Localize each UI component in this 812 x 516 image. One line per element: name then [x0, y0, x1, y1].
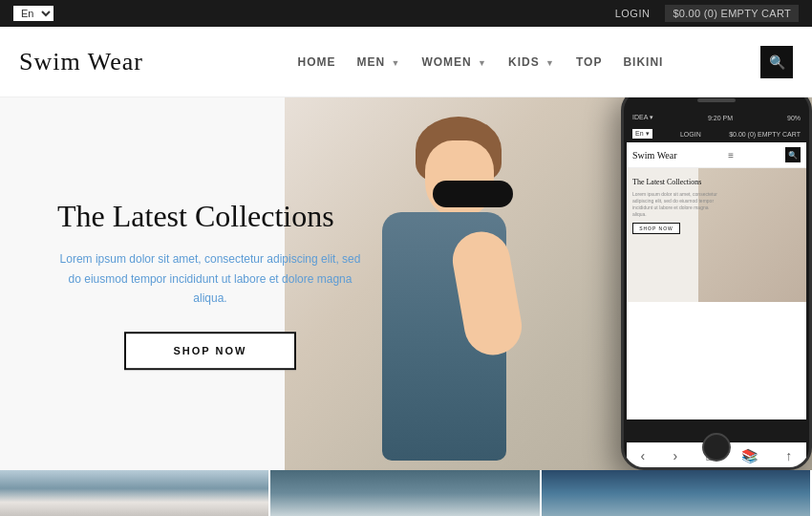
phone-share-icon: ↑	[785, 448, 792, 463]
model-face	[425, 140, 494, 217]
phone-mockup: IDEA ▾ 9:20 PM 90% En ▾ LOGIN $0.00 (0) …	[621, 97, 812, 470]
site-logo[interactable]: Swim Wear	[19, 48, 143, 76]
phone-screen: IDEA ▾ 9:20 PM 90% En ▾ LOGIN $0.00 (0) …	[627, 110, 806, 419]
model-sunglasses	[433, 181, 513, 207]
search-icon: 🔍	[769, 54, 785, 70]
phone-lang-select: En ▾	[632, 129, 652, 139]
nav-top[interactable]: TOP	[576, 55, 602, 69]
phone-signal: IDEA ▾	[632, 114, 653, 121]
bottom-thumbnails	[0, 470, 812, 516]
top-bar: En Fr LOGIN $0.00 (0) EMPTY CART	[0, 0, 812, 27]
phone-search-button: 🔍	[785, 147, 801, 162]
hero-title: The Latest Collections	[57, 198, 363, 234]
phone-top-bar: En ▾ LOGIN $0.00 (0) EMPTY CART	[627, 125, 806, 142]
phone-home-button	[702, 433, 731, 462]
phone-status-bar: IDEA ▾ 9:20 PM 90%	[627, 110, 806, 125]
phone-back-icon: ‹	[641, 448, 646, 463]
phone-hero-text: The Latest Collections Lorem ipsum dolor…	[632, 178, 718, 234]
site-header: Swim Wear HOME MEN ▼ WOMEN ▼ KIDS ▼ TOP …	[0, 27, 812, 97]
hero-description: Lorem ipsum dolor sit amet, consectetur …	[57, 250, 363, 309]
lang-selector-area[interactable]: En Fr	[13, 6, 53, 21]
model-head	[411, 117, 506, 222]
phone-logo: Swim Wear	[632, 150, 677, 161]
nav-bikini[interactable]: BIKINI	[623, 55, 663, 69]
thumbnail-2[interactable]	[270, 470, 541, 516]
chevron-down-icon: ▼	[545, 58, 555, 68]
phone-hero-title: The Latest Collections	[632, 178, 718, 187]
shop-now-button[interactable]: SHOP NOW	[124, 332, 296, 370]
search-button[interactable]: 🔍	[760, 46, 793, 78]
phone-hero-section: The Latest Collections Lorem ipsum dolor…	[627, 168, 806, 302]
phone-search-icon: 🔍	[788, 151, 798, 160]
phone-header: Swim Wear ≡ 🔍	[627, 142, 806, 168]
hamburger-icon: ≡	[728, 150, 734, 161]
phone-bookmark-icon: 📚	[741, 448, 758, 463]
hero-section: The Latest Collections Lorem ipsum dolor…	[0, 97, 812, 470]
hero-text-block: The Latest Collections Lorem ipsum dolor…	[57, 198, 363, 370]
phone-battery: 90%	[787, 115, 801, 121]
chevron-down-icon: ▼	[392, 58, 401, 68]
phone-time: 9:20 PM	[708, 115, 733, 121]
phone-shop-btn: SHOP NOW	[632, 223, 680, 234]
phone-forward-icon: ›	[673, 448, 678, 463]
top-bar-right: LOGIN $0.00 (0) EMPTY CART	[615, 5, 799, 22]
main-navigation: HOME MEN ▼ WOMEN ▼ KIDS ▼ TOP BIKINI	[143, 55, 760, 69]
phone-cart-label: $0.00 (0) EMPTY CART	[729, 131, 801, 138]
thumbnail-1[interactable]	[0, 470, 270, 516]
phone-login-label: LOGIN	[680, 131, 701, 138]
cart-button[interactable]: $0.00 (0) EMPTY CART	[665, 5, 799, 22]
hero-model	[353, 97, 621, 470]
language-select[interactable]: En Fr	[13, 6, 53, 21]
phone-speaker	[697, 98, 736, 102]
thumbnail-3[interactable]	[542, 470, 812, 516]
phone-hero-desc: Lorem ipsum dolor sit amet, consectetur …	[632, 191, 718, 218]
nav-men[interactable]: MEN ▼	[357, 55, 401, 69]
nav-home[interactable]: HOME	[298, 55, 336, 69]
chevron-down-icon: ▼	[478, 58, 487, 68]
login-link[interactable]: LOGIN	[615, 8, 651, 19]
nav-women[interactable]: WOMEN ▼	[421, 55, 487, 69]
nav-kids[interactable]: KIDS ▼	[508, 55, 555, 69]
